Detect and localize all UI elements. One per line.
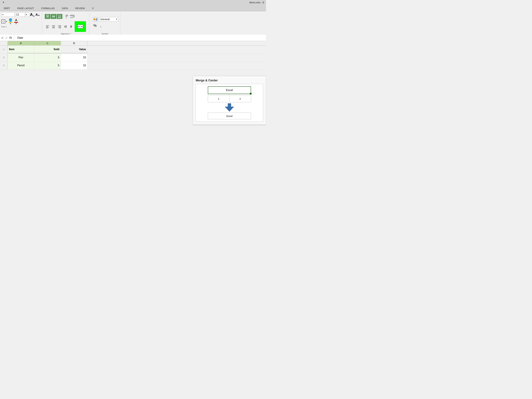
cell-d3[interactable]: 10 [61,62,88,69]
align-center-button[interactable] [51,24,56,29]
row-num-corner [0,41,8,45]
col-header-b[interactable]: B [8,41,34,45]
cell-d2[interactable]: 10 [61,54,88,61]
merge-center-button[interactable] [75,21,86,32]
orientation-button[interactable]: ab ▼ [64,14,69,19]
row-number-2: 2 [0,54,8,61]
borders-button[interactable]: ▼ [1,19,7,24]
tab-page-layout[interactable]: PAGE LAYOUT [14,6,38,11]
table-row: 3 Pencil 5 10 [0,62,266,69]
decrease-indent-button[interactable] [63,24,68,29]
alignment-section-label: Alignment [61,33,69,35]
tab-insert[interactable]: SERT [0,6,14,11]
merge-arrow [225,103,234,112]
formula-cancel-button[interactable]: ✕ [1,36,4,40]
svg-point-38 [94,19,95,20]
ribbon-tabs: SERT PAGE LAYOUT FORMULAS DATA REVIEW V [0,5,266,11]
fill-color-button[interactable]: 🪣 ▼ [8,18,13,25]
alignment-group: ab ▼ [43,12,89,35]
tooltip-title: Merge & Center [196,79,263,82]
number-format-dropdown[interactable]: General ▼ [100,17,118,21]
cell-b1[interactable]: Item [8,45,34,53]
col-header-d[interactable]: D [61,41,88,45]
cell-c2[interactable]: 5 [34,54,61,61]
svg-rect-41 [96,20,97,21]
row-number-1: 1 [0,45,8,53]
align-top-button[interactable] [45,14,50,19]
ribbon: ▼ 11 ▼ A▲ A▼ ▼ [0,11,266,35]
sheet-area: B C D 1 Item Sold Value 2 Pen 5 10 3 [0,41,266,69]
quick-access-bar: ▼ Items.xlsx - E [0,0,266,5]
alignment-section-expand-icon[interactable]: ↘ [69,32,71,35]
formula-bar: ✕ ✓ fx [0,35,266,41]
row-number-3: 3 [0,62,8,69]
number-section-label: Number [92,32,118,35]
cell-c1[interactable]: Sold [34,45,61,53]
cell-d1[interactable]: Value [61,45,88,53]
tab-formulas[interactable]: FORMULAS [38,6,58,11]
align-right-button[interactable] [57,24,62,29]
table-row: 1 Item Sold Value [0,45,266,54]
merge-demo-cell1: 1 [208,95,230,102]
align-bottom-button[interactable] [57,14,62,19]
cell-b2[interactable]: Pen [8,54,34,61]
formula-input[interactable] [16,36,265,39]
font-size-dropdown[interactable]: ▼ [25,12,29,17]
wrap-text-button[interactable] [69,12,75,21]
comma-style-button[interactable]: , [99,23,103,28]
window-title: Items.xlsx - E [249,1,264,4]
quick-access-arrow[interactable]: ▼ [2,1,5,4]
svg-rect-40 [96,19,97,20]
font-section-label: Font [1,26,5,28]
font-group: ▼ 11 ▼ A▲ A▼ ▼ [1,12,42,35]
font-section-expand-icon[interactable]: ↘ [5,25,7,28]
tab-data[interactable]: DATA [58,6,72,11]
table-row: 2 Pen 5 10 [0,54,266,62]
font-size-input[interactable]: 11 [15,12,25,17]
percent-style-button[interactable]: % [92,23,98,28]
tab-review[interactable]: REVIEW [72,6,89,11]
spreadsheet-grid: B C D 1 Item Sold Value 2 Pen 5 10 3 [0,41,266,69]
svg-rect-39 [96,19,97,19]
merge-center-tooltip: Merge & Center Excel 1 2 Excel [193,76,266,125]
merge-demo-excel-top: Excel [226,88,233,92]
accounting-format-button[interactable] [92,16,99,22]
column-headers: B C D [0,41,266,45]
tab-view[interactable]: V [89,6,97,11]
number-group: General ▼ % , Number [90,12,120,35]
formula-fx-label: fx [9,36,12,39]
align-middle-button[interactable] [51,14,56,19]
font-color-button[interactable]: A ▼ [14,18,19,25]
merge-demo-result: Excel [208,113,251,119]
decrease-font-size-button[interactable]: A▼ [35,13,40,17]
increase-indent-button[interactable] [69,24,74,29]
align-left-button[interactable] [45,24,50,29]
cell-c3[interactable]: 5 [34,62,61,69]
increase-font-size-button[interactable]: A▲ [30,12,35,17]
cell-b3[interactable]: Pencil [8,62,34,69]
col-header-c[interactable]: C [34,41,61,45]
formula-confirm-button[interactable]: ✓ [5,36,8,40]
merge-demo-cell2: 2 [230,95,251,102]
font-name-dropdown[interactable]: ▼ [1,12,15,17]
